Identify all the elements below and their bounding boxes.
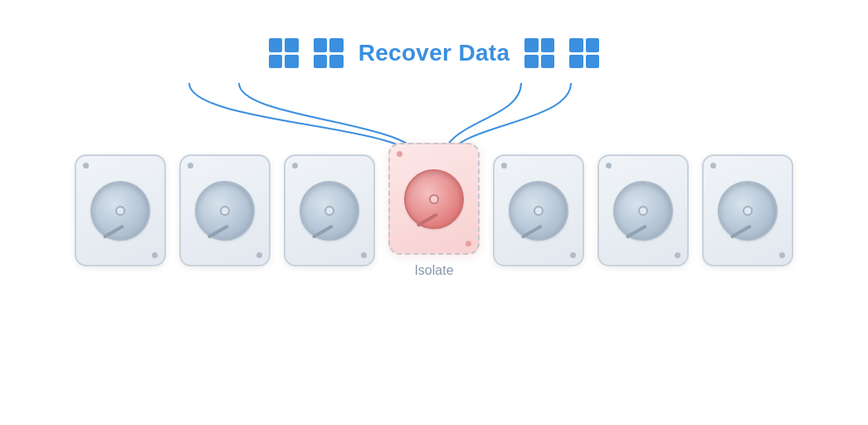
disk-platter-7 xyxy=(718,181,778,241)
disk-platter-6 xyxy=(613,181,673,241)
disk-arm-4 xyxy=(417,212,438,227)
disk-center-7 xyxy=(743,206,753,216)
disk-platter-1 xyxy=(90,181,150,241)
disk-arm-1 xyxy=(103,224,124,238)
recover-data-label: Recover Data xyxy=(358,40,510,66)
hdd-1 xyxy=(75,154,166,266)
disk-platter-2 xyxy=(195,181,255,241)
disk-center-3 xyxy=(324,206,334,216)
windows-icon-3 xyxy=(524,38,554,68)
hdd-5 xyxy=(493,154,584,266)
disk-platter-4 xyxy=(404,169,464,229)
disk-arm-6 xyxy=(626,224,647,238)
disk-arm-5 xyxy=(521,224,543,238)
disk-row: Isolate xyxy=(75,143,793,278)
disk-center-6 xyxy=(638,206,648,216)
hdd-7 xyxy=(702,154,793,266)
windows-icon-1 xyxy=(269,38,299,68)
disk-arm-7 xyxy=(730,224,752,238)
isolate-label: Isolate xyxy=(414,263,453,278)
disk-platter-3 xyxy=(300,181,359,241)
hdd-6 xyxy=(597,154,689,266)
hdd-4-failed xyxy=(388,143,480,255)
windows-icon-2 xyxy=(314,38,344,68)
isolated-disk-wrapper: Isolate xyxy=(388,143,480,278)
disk-center-2 xyxy=(220,206,230,216)
disk-center-1 xyxy=(115,206,125,216)
header-row: Recover Data xyxy=(269,38,600,68)
disk-center-5 xyxy=(534,206,544,216)
disk-center-4 xyxy=(429,194,439,204)
diagram-scene: Recover Data xyxy=(61,38,807,387)
disk-arm-2 xyxy=(207,224,229,238)
disk-platter-5 xyxy=(509,181,568,241)
disk-arm-3 xyxy=(312,224,334,238)
windows-icon-4 xyxy=(569,38,599,68)
hdd-2 xyxy=(179,154,271,266)
hdd-3 xyxy=(284,154,375,266)
